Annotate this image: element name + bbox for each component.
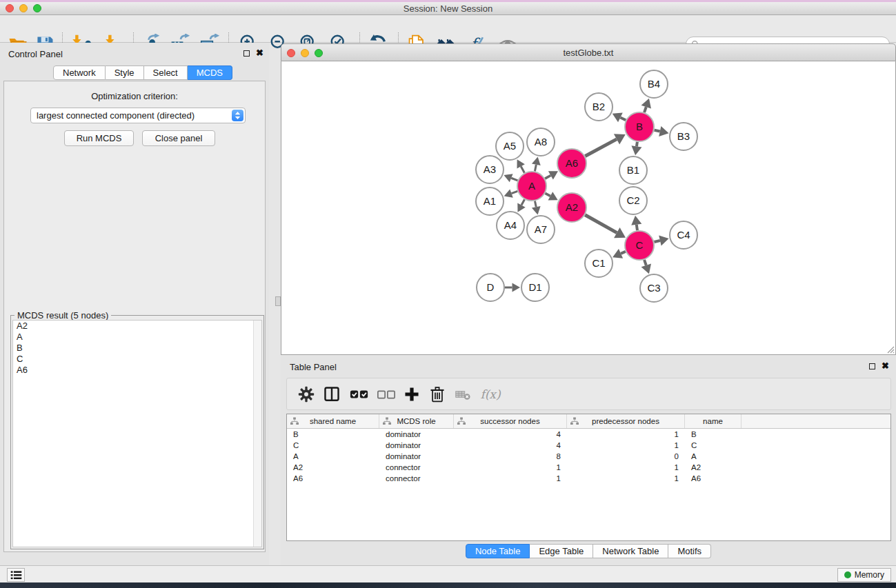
graph-node-B4[interactable]: B4 [640,70,668,98]
graph-edge-A-A1[interactable] [512,191,518,193]
graph-node-B2[interactable]: B2 [585,93,613,121]
table-cell[interactable]: B [685,429,741,440]
table-cell[interactable]: 1 [567,462,685,473]
table-cell[interactable]: A [287,451,379,462]
close-panel-button[interactable]: Close panel [142,130,215,146]
column-header-shared-name[interactable]: shared name [287,414,379,428]
graph-edge-C-C2[interactable] [637,225,637,231]
graph-node-A7[interactable]: A7 [527,216,555,243]
tab-network-table[interactable]: Network Table [593,544,668,558]
table-cell[interactable]: A [685,451,741,462]
table-cell[interactable]: C [287,440,379,451]
graph-edge-A2-C[interactable] [585,215,617,233]
table-cell[interactable]: 4 [454,429,567,440]
column-header-MCDS-role[interactable]: MCDS role [379,414,454,428]
tab-style[interactable]: Style [106,65,144,80]
delete-column-icon[interactable] [427,384,448,405]
graph-node-A8[interactable]: A8 [527,128,555,156]
table-row[interactable]: Cdominator41C [287,440,890,451]
graph-edge-A-A6[interactable] [545,175,550,179]
graph-node-C3[interactable]: C3 [640,274,668,302]
graph-node-A3[interactable]: A3 [476,156,504,183]
criterion-dropdown[interactable]: largest connected component (directed) [30,108,246,123]
close-panel-icon[interactable]: ✖ [256,50,263,57]
table-cell[interactable]: A2 [685,462,741,473]
graph-node-A[interactable]: A [517,172,546,201]
tab-node-table[interactable]: Node Table [466,544,530,558]
table-cell[interactable]: connector [379,462,454,473]
table-row[interactable]: Bdominator41B [287,429,890,440]
select-all-icon[interactable] [349,384,370,405]
graph-edge-A-A4[interactable] [521,199,524,205]
column-header-name[interactable]: name [685,414,741,428]
table-cell[interactable]: 8 [454,451,567,462]
graph-node-C2[interactable]: C2 [619,187,647,214]
table-cell[interactable]: 1 [567,440,685,451]
mcds-result-list[interactable]: A2ABCA6 [12,320,262,547]
graph-node-B3[interactable]: B3 [670,123,697,150]
table-cell[interactable]: A6 [685,473,741,484]
show-columns-icon[interactable] [321,384,342,405]
tab-mcds[interactable]: MCDS [188,65,232,80]
graph-node-C[interactable]: C [625,231,654,260]
graph-edge-B-B3[interactable] [654,130,659,132]
graph-edge-C-C1[interactable] [621,252,626,254]
graph-node-A2[interactable]: A2 [557,193,586,222]
tab-motifs[interactable]: Motifs [668,544,711,558]
table-cell[interactable]: B [287,429,379,440]
table-cell[interactable]: 1 [567,473,685,484]
table-row[interactable]: A2connector11A2 [287,462,890,473]
graph-node-A4[interactable]: A4 [497,212,524,239]
table-cell[interactable]: dominator [379,440,454,451]
table-cell[interactable]: dominator [379,451,454,462]
graph-node-A5[interactable]: A5 [496,132,524,160]
graph-node-D1[interactable]: D1 [521,274,549,301]
table-row[interactable]: A6connector11A6 [287,473,890,484]
tab-edge-table[interactable]: Edge Table [530,544,593,558]
result-scrollbar[interactable] [253,321,261,547]
tab-network[interactable]: Network [53,65,106,80]
tab-select[interactable]: Select [144,65,188,80]
graph-edge-A-A5[interactable] [521,166,524,172]
result-item[interactable]: B [13,343,261,354]
gear-icon[interactable] [296,384,317,405]
column-header-successor-nodes[interactable]: successor nodes [454,414,567,428]
close-panel-icon[interactable]: ✖ [882,363,889,369]
graph-edge-A-A7[interactable] [535,201,536,207]
table-cell[interactable]: 0 [567,451,685,462]
graph-node-B1[interactable]: B1 [619,156,647,184]
graph-edge-A-A2[interactable] [545,193,550,196]
add-column-icon[interactable] [401,384,422,405]
table-cell[interactable]: connector [379,473,454,484]
table-row[interactable]: Adominator80A [287,451,890,462]
graph-edge-A-A3[interactable] [511,178,517,181]
graph-edge-A-A8[interactable] [535,165,536,172]
resize-grip-icon[interactable] [886,345,895,354]
float-panel-icon[interactable] [869,363,875,369]
graph-edge-B-B4[interactable] [644,107,646,112]
graph-edge-C-C4[interactable] [654,241,660,242]
run-mcds-button[interactable]: Run MCDS [64,130,134,146]
graph-node-C4[interactable]: C4 [670,221,697,249]
network-canvas[interactable]: B4B2BB3A5A8A6A3B1AA1C2A2A4A7C4CC1C3DD1 [281,61,896,355]
memory-button[interactable]: Memory [837,568,891,582]
table-cell[interactable]: C [685,440,741,451]
panel-splitter-handle[interactable] [275,296,281,306]
result-item[interactable]: A6 [13,365,261,376]
graph-node-B[interactable]: B [625,112,654,141]
table-cell[interactable]: 1 [454,473,567,484]
float-panel-icon[interactable] [243,50,250,57]
table-cell[interactable]: A2 [287,462,379,473]
graph-edge-C-C3[interactable] [644,260,646,265]
table-cell[interactable]: 1 [567,429,685,440]
result-item[interactable]: A2 [13,321,261,332]
graph-node-A6[interactable]: A6 [557,149,586,178]
table-cell[interactable]: 4 [454,440,567,451]
graph-node-C1[interactable]: C1 [585,250,613,277]
graph-edge-A6-B[interactable] [585,139,617,156]
table-cell[interactable]: dominator [379,429,454,440]
task-history-button[interactable] [7,568,25,582]
result-item[interactable]: C [13,354,261,365]
result-item[interactable]: A [13,332,261,343]
graph-node-D[interactable]: D [477,274,504,301]
